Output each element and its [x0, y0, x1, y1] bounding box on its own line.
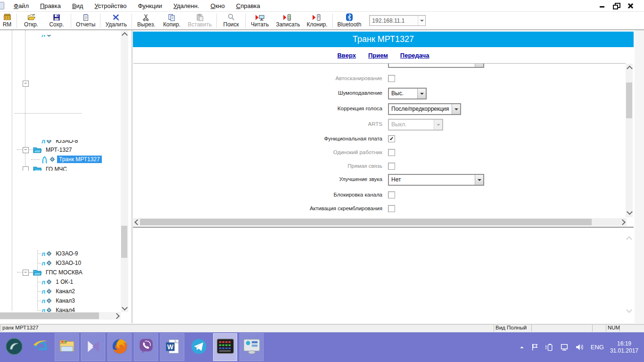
menu-view[interactable]: Вид — [66, 1, 89, 11]
ip-address-combo[interactable]: 192.168.11.1 — [369, 15, 426, 26]
tree-item-trunk-mrt1327[interactable]: Транк МРТ1327 — [41, 155, 102, 164]
taskbar-telegram-button[interactable] — [187, 333, 211, 361]
tree-item-label: Канал3 — [54, 297, 77, 304]
link-transmit[interactable]: Передача — [400, 52, 429, 61]
toolbar-bluetooth-button[interactable]: Bluetooth — [334, 13, 365, 28]
tree-item-mrt-1327[interactable]: МРТ-1327 — [33, 146, 74, 154]
toolbar-reports-button[interactable]: Отчеты — [73, 13, 99, 28]
tree-vertical-scrollbar[interactable] — [121, 30, 128, 312]
form-vertical-scrollbar[interactable] — [626, 64, 633, 217]
toolbar-cut-button[interactable]: Вырез. — [133, 13, 159, 28]
battery-icon[interactable] — [545, 343, 554, 351]
chevron-down-icon[interactable] — [475, 175, 483, 185]
menu-device[interactable]: Устройство — [89, 1, 132, 11]
taskbar-start-button[interactable] — [2, 333, 26, 361]
toolbar-search-button[interactable]: Поиск — [218, 13, 244, 28]
tree-expand-toggle[interactable]: − — [23, 147, 29, 153]
toolbar-search-label: Поиск — [223, 21, 239, 28]
checkbox-scrambler-activation[interactable] — [388, 205, 395, 212]
tree-item-yuzao-9[interactable]: лЮЗАО-9 — [41, 249, 80, 258]
tree-item-kanal3[interactable]: лКанал3 — [41, 296, 77, 305]
tree-item-label: ЮЗАО-9 — [54, 250, 80, 257]
link-up[interactable]: Вверх — [337, 52, 355, 61]
scrollbar-thumb[interactable] — [626, 82, 632, 118]
scroll-down-arrow[interactable] — [627, 209, 633, 215]
scroll-right-arrow[interactable] — [114, 313, 120, 319]
tree-expand-toggle[interactable] — [23, 166, 29, 171]
report-icon — [82, 13, 90, 21]
menu-file[interactable]: Файл — [8, 1, 34, 11]
menu-window[interactable]: Окно — [205, 1, 231, 11]
channel-icon: л — [41, 250, 45, 257]
checkbox-function-board[interactable] — [388, 135, 395, 142]
volume-icon[interactable] — [575, 343, 585, 351]
scroll-down-arrow[interactable] — [626, 307, 632, 313]
scrollbar-thumb[interactable] — [140, 219, 592, 225]
menu-remote[interactable]: Удаленн. — [168, 1, 205, 11]
hidden-icons-icon[interactable] — [519, 345, 525, 350]
scroll-right-arrow[interactable] — [619, 219, 626, 225]
toolbar-copy-button[interactable]: Копир. — [159, 13, 184, 28]
scroll-up-arrow[interactable] — [627, 66, 633, 72]
action-center-flag-icon[interactable] — [531, 343, 539, 351]
taskbar-kmplayer-button[interactable] — [81, 333, 105, 361]
chevron-down-icon[interactable] — [475, 63, 483, 67]
combo-top-combo[interactable]: Нет — [388, 63, 484, 68]
combo-value-top-combo: Нет — [389, 63, 475, 67]
taskbar-firefox-button[interactable] — [107, 333, 132, 361]
tree-item-kanal2[interactable]: лКанал2 — [41, 287, 77, 296]
chevron-down-icon[interactable] — [418, 16, 425, 25]
chevron-down-icon[interactable] — [452, 104, 460, 114]
ip-address-value: 192.168.11.1 — [370, 17, 418, 24]
close-button[interactable] — [627, 3, 634, 8]
tree-item-1ok-1[interactable]: л1 ОК-1 — [41, 278, 75, 286]
language-indicator[interactable]: ENG — [591, 344, 604, 351]
toolbar-save-button[interactable]: Сохр. — [44, 13, 69, 28]
menu-functions[interactable]: Функции — [132, 1, 167, 11]
taskbar-clock[interactable]: 16:1931.01.2017 — [610, 340, 638, 354]
combo-squelch[interactable]: Выс. — [388, 88, 427, 99]
tree-expand-toggle[interactable]: − — [23, 81, 29, 87]
scroll-down-arrow[interactable] — [122, 304, 128, 311]
toolbar-read-button[interactable]: Читать — [247, 13, 272, 28]
chevron-down-icon[interactable] — [417, 89, 426, 99]
checkbox-channel-lock[interactable] — [388, 191, 395, 198]
toolbar-open-button[interactable]: Откр. — [18, 13, 44, 28]
scroll-left-arrow[interactable] — [134, 219, 140, 225]
network-icon[interactable] — [560, 343, 569, 351]
combo-audio-enhance[interactable]: Нет — [388, 174, 484, 186]
taskbar-internet-explorer-button[interactable] — [28, 333, 52, 361]
scrollbar-thumb[interactable] — [0, 313, 99, 319]
tree-item-yuzao-10[interactable]: лЮЗАО-10 — [41, 259, 83, 267]
form-row-autoscan: Автосканирование — [133, 75, 626, 87]
link-receive[interactable]: Прием — [368, 52, 388, 61]
tree-horizontal-scrollbar[interactable] — [0, 312, 121, 320]
form-row-squelch: ШумоподавлениеВыс. — [133, 88, 626, 100]
tree-expand-toggle[interactable]: − — [23, 270, 29, 276]
scroll-up-arrow[interactable] — [122, 32, 128, 38]
taskbar-radio-programmer-button[interactable] — [213, 333, 237, 361]
toolbar-delete-button[interactable]: Удалить — [102, 13, 130, 28]
restore-button[interactable] — [613, 3, 619, 8]
scroll-up-arrow[interactable] — [626, 236, 632, 242]
toolbar-paste-label: Вставить — [188, 21, 212, 28]
tree-item-clipped-top-item[interactable]: л — [41, 35, 131, 39]
form-row-channel-lock: Блокировка канала — [133, 191, 626, 204]
menu-edit[interactable]: Правка — [34, 1, 66, 11]
taskbar-viber-button[interactable] — [134, 333, 158, 361]
tree-item-yuzao-8[interactable]: лЮЗАО-8 — [41, 140, 131, 145]
tree-item-go-mchs[interactable]: ГО МЧС — [33, 165, 127, 171]
toolbar-separator — [132, 14, 132, 28]
minimize-button[interactable] — [599, 3, 605, 8]
tree-item-gps-moskva[interactable]: ГПС МОСКВА — [33, 268, 84, 277]
taskbar-file-explorer-button[interactable] — [55, 333, 79, 361]
taskbar-word-button[interactable]: W — [160, 333, 184, 361]
menu-help[interactable]: Справка — [231, 1, 266, 11]
toolbar-rm-button[interactable]: RM — [0, 13, 15, 28]
taskbar-remote-tool-button[interactable] — [239, 333, 264, 361]
toolbar-clone-button[interactable]: Клонир. — [303, 13, 330, 28]
scrollbar-thumb[interactable] — [121, 226, 127, 258]
toolbar-write-button[interactable]: Записать — [272, 13, 303, 28]
combo-voice-correction[interactable]: После/предкоррекция — [388, 103, 461, 115]
form-horizontal-scrollbar[interactable] — [133, 218, 627, 226]
